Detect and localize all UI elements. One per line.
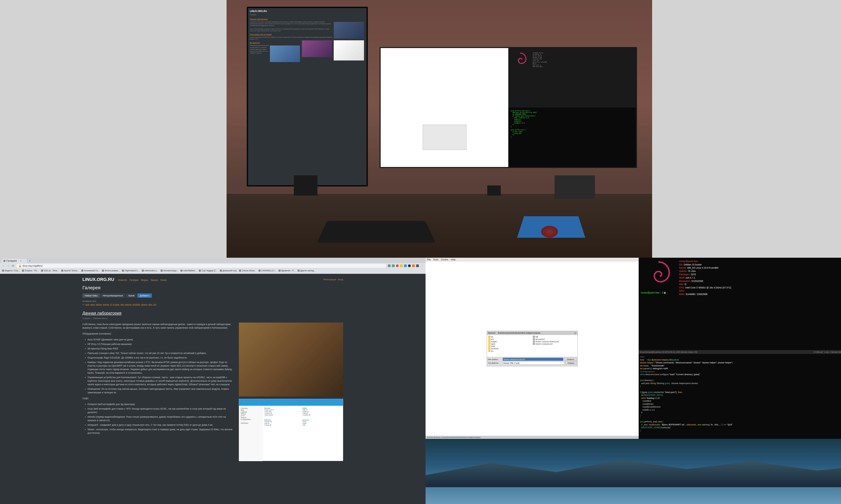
tab-add[interactable]: Добавить bbox=[137, 293, 152, 298]
tab-unconfirmed[interactable]: Неподтвержденные bbox=[100, 293, 125, 298]
nav-link[interactable]: Форум bbox=[141, 279, 148, 282]
new-tab-button[interactable]: + bbox=[28, 259, 32, 263]
sysinfo-kernel: x86_64 Linux 4.19.0-6-amd64 bbox=[687, 267, 718, 269]
ext-icon[interactable] bbox=[404, 265, 407, 267]
extension-icons bbox=[388, 265, 419, 267]
bookmark-item[interactable]: Flightradar24 |... bbox=[122, 269, 139, 272]
bookmark-item[interactable]: Другие заклад... bbox=[297, 269, 315, 272]
bookmark-item[interactable]: Анонимный Са... bbox=[81, 269, 100, 272]
menu-item[interactable]: Help bbox=[451, 258, 456, 261]
ext-icon[interactable] bbox=[400, 265, 403, 267]
ext-icon[interactable] bbox=[388, 265, 391, 267]
cancel-button[interactable]: Отмена bbox=[565, 362, 576, 364]
tab-archive[interactable]: Архив bbox=[126, 293, 137, 298]
browser-chrome: Галерея× + ← → ⟳ 🔒linux.org.ru/gallery/ … bbox=[0, 258, 426, 274]
menu-button[interactable]: ⋮ bbox=[420, 264, 424, 267]
nav-link[interactable]: Поиск bbox=[160, 279, 167, 282]
tag-link[interactable]: ubuntu bbox=[141, 303, 147, 306]
terminal-bottom[interactable]: tmux//roman@localhost:19:43:53:08.01.202… bbox=[639, 350, 841, 439]
label: Kernel: bbox=[679, 267, 686, 269]
bookmark-item[interactable]: Список объек... bbox=[239, 269, 256, 272]
register-link[interactable]: Регистрация bbox=[324, 278, 336, 281]
terminal-top[interactable]: roman@point-bee OS: Debian 10 buster Ker… bbox=[639, 258, 841, 350]
bookmark-item[interactable]: Автоматизаци... bbox=[161, 269, 178, 272]
nav-link[interactable]: Галерея bbox=[130, 279, 138, 282]
reload-button[interactable]: ⟳ bbox=[12, 264, 15, 267]
file-item[interactable]: NB bbox=[532, 336, 577, 338]
open-button[interactable]: Открыть bbox=[565, 358, 576, 361]
article-screenshot[interactable]: OverviewMapLogbookHistory━━━━Hass.ioConf… bbox=[239, 399, 343, 461]
folder-item[interactable]: nginx bbox=[487, 343, 532, 345]
tag-link[interactable]: dwm bbox=[90, 303, 95, 306]
bookmark-item[interactable]: Сыр Чеддер (С... bbox=[199, 269, 218, 272]
tag-link[interactable]: gnome bbox=[103, 303, 109, 306]
ext-icon[interactable] bbox=[416, 265, 419, 267]
bookmark-item[interactable]: Apache Tomca... bbox=[61, 269, 79, 272]
monitor-stand-right bbox=[487, 185, 501, 196]
filename-input[interactable]: docker-compose.local.yml bbox=[503, 358, 564, 361]
file-item[interactable]: api-packed bbox=[532, 338, 577, 340]
bookmark-item[interactable]: Dropbox - Fin... bbox=[22, 269, 39, 272]
tag-link[interactable]: i3-gaps bbox=[113, 303, 119, 306]
browser-tab[interactable]: Галерея× bbox=[1, 259, 27, 263]
menu-item[interactable]: Tools bbox=[433, 258, 439, 261]
folder-item[interactable]: env bbox=[487, 338, 532, 340]
tab-new[interactable]: Новые темы bbox=[82, 293, 100, 298]
label: WM: bbox=[679, 283, 684, 286]
bookmark-item[interactable]: rutles/flatbed... bbox=[181, 269, 196, 272]
bookmark-item[interactable]: Домашний сыр bbox=[220, 269, 237, 272]
tag-icon: 🏷 bbox=[82, 303, 84, 306]
url-input[interactable]: 🔒linux.org.ru/gallery/ bbox=[16, 264, 386, 268]
ext-icon[interactable] bbox=[408, 265, 411, 267]
nav-link[interactable]: Трекер bbox=[150, 279, 158, 282]
folder-item[interactable]: images bbox=[487, 340, 532, 343]
menu-item[interactable]: Docker bbox=[441, 258, 448, 261]
folder-item[interactable]: node bbox=[487, 345, 532, 347]
back-button[interactable]: ← bbox=[2, 264, 5, 267]
ext-icon[interactable] bbox=[392, 265, 395, 267]
close-tab-icon[interactable]: × bbox=[20, 259, 21, 263]
prompt[interactable]: roman@point-bee ~ $ ▮ bbox=[641, 291, 666, 294]
file-item[interactable]: docker-compose.shared.yml bbox=[532, 340, 577, 343]
tag-link[interactable]: plasma bbox=[125, 303, 131, 306]
tag-link[interactable]: zsh bbox=[153, 303, 156, 306]
file-item[interactable]: docker-compose.yml bbox=[532, 343, 577, 345]
bookmark-item[interactable]: Использовани... bbox=[102, 269, 120, 272]
tag-link[interactable]: arch bbox=[85, 303, 89, 306]
tag-link[interactable]: kde bbox=[120, 303, 124, 306]
ext-icon[interactable] bbox=[396, 265, 399, 267]
list-item: cncjs (веб-интерфейс для станка с ЧПУ. И… bbox=[87, 407, 234, 414]
tag-link[interactable]: i3 bbox=[110, 303, 111, 306]
tag-link[interactable]: xfce bbox=[148, 303, 152, 306]
dialog-up-button[interactable]: ▢ bbox=[574, 332, 576, 334]
site-nav: НовостиГалереяФорумТрекерПоиск bbox=[118, 279, 167, 282]
tag-link[interactable]: fedora bbox=[96, 303, 102, 306]
bookmark-item[interactable]: Magento: Crea... bbox=[2, 269, 20, 272]
article-title[interactable]: Дачная лаборатория bbox=[82, 311, 343, 316]
article-photo[interactable] bbox=[239, 323, 343, 396]
site-logo[interactable]: LINUX.ORG.RU bbox=[82, 277, 114, 282]
folder-item[interactable]: src bbox=[487, 350, 532, 352]
menu-item[interactable]: File bbox=[427, 258, 431, 261]
bookmark-item[interactable]: CHANNALLS r... bbox=[259, 269, 276, 272]
login-link[interactable]: Вход bbox=[338, 278, 343, 281]
forward-button[interactable]: → bbox=[7, 264, 10, 267]
ext-icon[interactable] bbox=[412, 265, 415, 267]
filetype-select[interactable]: Docker YML (*.yml) bbox=[503, 362, 564, 364]
label: Resolution: bbox=[679, 280, 691, 283]
terminal-content: #env host =${a ${}docker-helper}:/d${a}$… bbox=[639, 354, 841, 433]
folder-item[interactable]: sendmail bbox=[487, 347, 532, 350]
emacs-body: Каталог: /home/roman/work/docker/test-no… bbox=[426, 262, 639, 436]
label: GPU: bbox=[679, 289, 685, 292]
tmux-status-right: 0 0:[tmux]* 1:zsh- 2:docker-helper:test-… bbox=[814, 351, 841, 353]
nav-link[interactable]: Новости bbox=[118, 279, 127, 282]
list-item: Octoprint (веб-интерфейс для 3д-принтера… bbox=[87, 402, 234, 406]
tag-link[interactable]: porridge bbox=[133, 303, 140, 306]
bookmark-item[interactable]: Вдовичен - П... bbox=[278, 269, 295, 272]
bookmark-item[interactable]: SSN.ua - Личн... bbox=[41, 269, 59, 272]
folder-item[interactable]: bin bbox=[487, 336, 532, 338]
list-item: 3d-принтер Flying bear P902 bbox=[87, 347, 234, 350]
page-title: Галерея bbox=[82, 285, 343, 290]
bookmark-item[interactable]: rutles/rutles a... bbox=[142, 269, 158, 272]
equip-heading: Оборудование (основное): bbox=[82, 332, 234, 336]
